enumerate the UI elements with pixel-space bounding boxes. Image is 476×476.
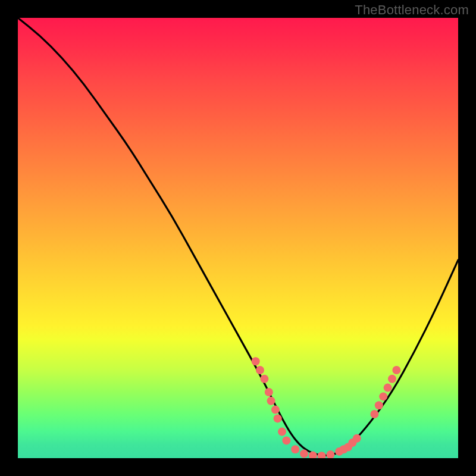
data-point [265, 388, 273, 396]
data-point [271, 406, 280, 414]
data-point [309, 452, 317, 458]
data-point [267, 397, 275, 405]
data-point [353, 434, 361, 443]
data-points [252, 357, 401, 458]
data-point [344, 443, 352, 452]
data-point [348, 439, 356, 447]
data-point [388, 375, 396, 383]
data-point [370, 410, 378, 418]
data-point [340, 445, 348, 453]
data-point [252, 357, 260, 365]
plot-area [18, 18, 458, 458]
data-point [291, 445, 299, 453]
data-point [375, 401, 383, 409]
data-point [318, 452, 326, 458]
data-point [335, 447, 343, 456]
data-point [282, 436, 290, 444]
data-point [274, 414, 282, 422]
watermark-text: TheBottleneck.com [355, 2, 469, 18]
bottleneck-curve [18, 18, 458, 456]
data-point [392, 366, 400, 374]
data-point [326, 450, 334, 458]
chart-svg [18, 18, 458, 458]
data-point [260, 375, 268, 383]
chart-container: TheBottleneck.com [0, 0, 476, 476]
data-point [384, 384, 392, 392]
data-point [256, 366, 264, 374]
data-point [300, 450, 308, 458]
data-point [278, 428, 286, 436]
data-point [379, 392, 387, 400]
